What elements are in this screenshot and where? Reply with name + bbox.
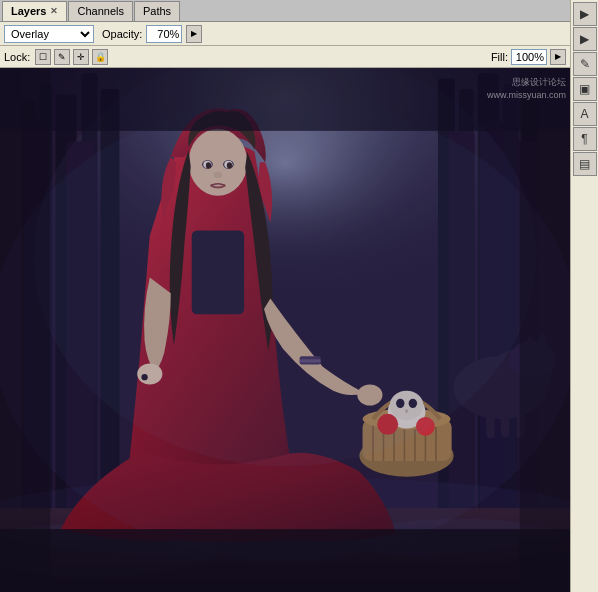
toolbar-row1: Overlay Normal Multiply Screen Soft Ligh…	[0, 22, 570, 46]
main-area: Layers ✕ Channels Paths Overlay Normal M…	[0, 0, 570, 592]
brush-icon[interactable]: ✎	[573, 52, 597, 76]
opacity-arrow-btn[interactable]: ▶	[186, 25, 202, 43]
text-icon[interactable]: A	[573, 102, 597, 126]
canvas-image: 思缘设计论坛 www.missyuan.com	[0, 68, 570, 592]
lock-label: Lock:	[4, 51, 30, 63]
fill-arrow-btn[interactable]: ▶	[550, 49, 566, 65]
tab-layers-close[interactable]: ✕	[50, 6, 58, 16]
tab-bar: Layers ✕ Channels Paths	[0, 0, 570, 22]
fill-input[interactable]	[511, 49, 547, 65]
expand-icon[interactable]: ▶	[573, 2, 597, 26]
svg-rect-76	[0, 68, 570, 592]
lock-all-btn[interactable]: 🔒	[92, 49, 108, 65]
tab-layers[interactable]: Layers ✕	[2, 1, 67, 21]
layers-icon[interactable]: ▣	[573, 77, 597, 101]
history-icon[interactable]: ▤	[573, 152, 597, 176]
watermark: 思缘设计论坛 www.missyuan.com	[487, 76, 566, 101]
lock-pencil-btn[interactable]: ✎	[54, 49, 70, 65]
watermark-line1: 思缘设计论坛	[487, 76, 566, 89]
lock-move-btn[interactable]: ✛	[73, 49, 89, 65]
lock-checkbox-btn[interactable]: ☐	[35, 49, 51, 65]
canvas-area: 思缘设计论坛 www.missyuan.com	[0, 68, 570, 592]
tab-channels-label: Channels	[77, 5, 123, 17]
tab-layers-label: Layers	[11, 5, 46, 17]
tab-paths[interactable]: Paths	[134, 1, 180, 21]
panel-container: Layers ✕ Channels Paths Overlay Normal M…	[0, 0, 598, 592]
right-toolbar: ▶ ▶ ✎ ▣ A ¶ ▤	[570, 0, 598, 592]
tab-paths-label: Paths	[143, 5, 171, 17]
blend-mode-select[interactable]: Overlay Normal Multiply Screen Soft Ligh…	[4, 25, 94, 43]
expand2-icon[interactable]: ▶	[573, 27, 597, 51]
toolbar-row2: Lock: ☐ ✎ ✛ 🔒 Fill: ▶	[0, 46, 570, 68]
paragraph-icon[interactable]: ¶	[573, 127, 597, 151]
watermark-line2: www.missyuan.com	[487, 89, 566, 102]
canvas-svg	[0, 68, 570, 592]
fill-label: Fill:	[491, 51, 508, 63]
tab-channels[interactable]: Channels	[68, 1, 132, 21]
opacity-input[interactable]	[146, 25, 182, 43]
opacity-label: Opacity:	[102, 28, 142, 40]
